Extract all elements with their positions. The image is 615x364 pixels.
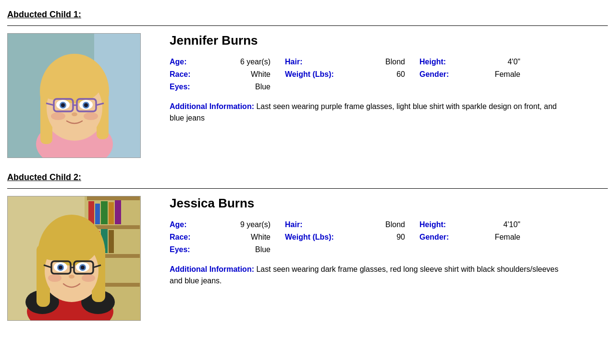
child-photo-1	[7, 33, 141, 158]
additional-label-2: Additional Information:	[170, 265, 254, 273]
race-label-2: Race:	[170, 233, 227, 242]
eyes-label-1: Eyes:	[170, 83, 227, 91]
section-title-child1: Abducted Child 1:	[7, 10, 608, 20]
additional-label-1: Additional Information:	[170, 102, 254, 110]
race-value-2: White	[227, 233, 285, 242]
svg-point-25	[84, 112, 98, 120]
svg-rect-35	[109, 202, 114, 224]
svg-rect-40	[109, 230, 114, 253]
eyes-value-2: Blue	[227, 245, 285, 254]
age-value-1: 6 year(s)	[227, 58, 285, 66]
svg-point-23	[72, 112, 77, 116]
additional-info-2: Additional Information: Last seen wearin…	[170, 264, 564, 287]
eyes-label-2: Eyes:	[170, 245, 227, 254]
info-grid-1: Age: 6 year(s) Hair: Blond Height: 4'0" …	[170, 58, 608, 91]
child-photo-2	[7, 196, 141, 321]
race-label-1: Race:	[170, 70, 227, 79]
hair-value-1: Blond	[362, 58, 419, 66]
svg-point-64	[69, 275, 74, 279]
eyes-value-1: Blue	[227, 83, 285, 91]
child-block-1: Jennifer Burns Age: 6 year(s) Hair: Blon…	[7, 33, 608, 158]
age-label-2: Age:	[170, 220, 227, 229]
svg-point-52	[40, 243, 67, 260]
additional-info-1: Additional Information: Last seen wearin…	[170, 101, 564, 124]
section-title-child2: Abducted Child 2:	[7, 172, 608, 182]
svg-point-11	[41, 81, 70, 100]
child-name-1: Jennifer Burns	[170, 33, 608, 48]
age-value-2: 9 year(s)	[227, 220, 285, 229]
svg-point-66	[82, 274, 95, 282]
svg-rect-33	[95, 204, 100, 224]
child-info-2: Jessica Burns Age: 9 year(s) Hair: Blond…	[170, 196, 608, 287]
weight-label-1: Weight (Lbs):	[285, 70, 362, 79]
gender-value-2: Female	[477, 233, 535, 242]
svg-point-57	[59, 266, 62, 269]
race-value-1: White	[227, 70, 285, 79]
height-label-1: Height:	[419, 58, 477, 66]
svg-rect-36	[115, 200, 121, 224]
svg-rect-34	[101, 201, 108, 224]
svg-point-17	[84, 103, 88, 107]
weight-label-2: Weight (Lbs):	[285, 233, 362, 242]
hair-label-1: Hair:	[285, 58, 362, 66]
child-block-2: Jessica Burns Age: 9 year(s) Hair: Blond…	[7, 196, 608, 321]
age-label-1: Age:	[170, 58, 227, 66]
svg-point-16	[61, 103, 65, 107]
height-value-1: 4'0"	[477, 58, 535, 66]
height-label-2: Height:	[419, 220, 477, 229]
child-name-2: Jessica Burns	[170, 196, 608, 211]
gender-value-1: Female	[477, 70, 535, 79]
hair-value-2: Blond	[362, 220, 419, 229]
svg-point-65	[48, 274, 62, 282]
svg-point-24	[51, 112, 65, 120]
info-grid-2: Age: 9 year(s) Hair: Blond Height: 4'10"…	[170, 220, 608, 254]
weight-value-1: 60	[362, 70, 419, 79]
weight-value-2: 90	[362, 233, 419, 242]
child-info-1: Jennifer Burns Age: 6 year(s) Hair: Blon…	[170, 33, 608, 124]
gender-label-2: Gender:	[419, 233, 477, 242]
svg-rect-28	[87, 196, 140, 200]
height-value-2: 4'10"	[477, 220, 535, 229]
hair-label-2: Hair:	[285, 220, 362, 229]
gender-label-1: Gender:	[419, 70, 477, 79]
svg-point-58	[81, 266, 85, 269]
